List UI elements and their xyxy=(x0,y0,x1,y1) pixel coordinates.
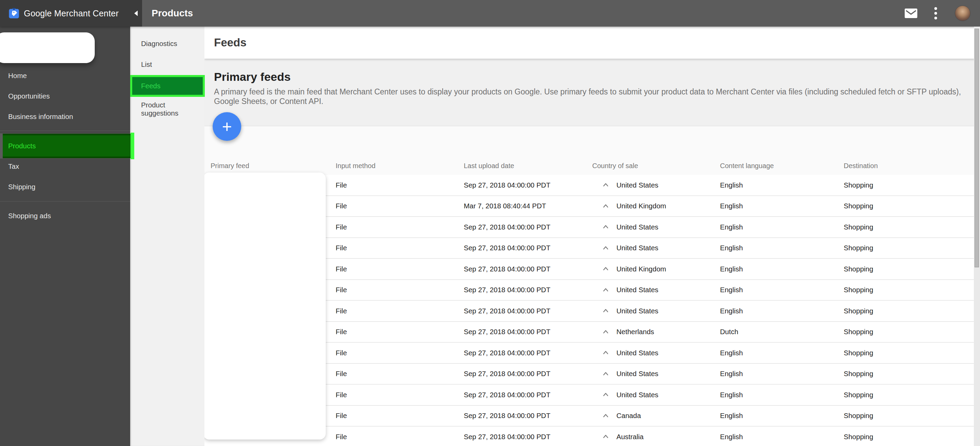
column-header-last-upload-date: Last upload date xyxy=(464,162,592,170)
content-language-cell: English xyxy=(720,244,844,252)
sidebar-item-products[interactable]: Products xyxy=(3,134,130,158)
input-method-cell: File xyxy=(336,202,464,210)
destination-cell: Shopping xyxy=(844,328,974,336)
sidebar-item-shopping-ads[interactable]: Shopping ads xyxy=(0,205,130,226)
country-of-sale-cell: United States xyxy=(592,223,720,231)
last-upload-date-cell: Sep 27, 2018 04:00:00 PDT xyxy=(464,307,592,315)
destination-cell: Shopping xyxy=(844,223,974,231)
collapse-arrow-icon[interactable] xyxy=(134,11,138,16)
destination-cell: Shopping xyxy=(844,265,974,273)
content-language-cell: English xyxy=(720,265,844,273)
content-language-cell: English xyxy=(720,223,844,231)
last-upload-date-cell: Sep 27, 2018 04:00:00 PDT xyxy=(464,412,592,420)
chevron-up-icon[interactable] xyxy=(602,328,609,336)
add-primary-feed-button[interactable]: + xyxy=(213,112,241,141)
country-label: United States xyxy=(616,391,658,399)
chevron-up-icon[interactable] xyxy=(602,286,609,294)
chevron-up-icon[interactable] xyxy=(602,412,609,420)
sidebar-divider xyxy=(0,131,130,131)
sidebar-item-label: Shipping xyxy=(8,183,35,191)
content-language-cell: English xyxy=(720,307,844,315)
country-label: United Kingdom xyxy=(616,202,666,210)
last-upload-date-cell: Sep 27, 2018 04:00:00 PDT xyxy=(464,286,592,294)
section-heading: Primary feeds xyxy=(214,70,980,84)
subnav-item-product-suggestions[interactable]: Product suggestions xyxy=(130,101,204,117)
topbar-actions xyxy=(905,5,980,21)
country-label: Canada xyxy=(616,412,641,420)
input-method-cell: File xyxy=(336,265,464,273)
sidebar-item-business-information[interactable]: Business information xyxy=(0,107,130,127)
chevron-up-icon[interactable] xyxy=(602,391,609,398)
last-upload-date-cell: Sep 27, 2018 04:00:00 PDT xyxy=(464,244,592,252)
chevron-up-icon[interactable] xyxy=(602,223,609,231)
destination-cell: Shopping xyxy=(844,433,974,441)
last-upload-date-cell: Sep 27, 2018 04:00:00 PDT xyxy=(464,223,592,231)
sidebar-item-home[interactable]: Home xyxy=(0,65,130,86)
last-upload-date-cell: Sep 27, 2018 04:00:00 PDT xyxy=(464,391,592,399)
last-upload-date-cell: Sep 27, 2018 04:00:00 PDT xyxy=(464,181,592,189)
page-context-title: Products xyxy=(152,8,193,19)
sidebar-item-label: Shopping ads xyxy=(8,212,51,220)
country-of-sale-cell: Netherlands xyxy=(592,328,720,336)
last-upload-date-cell: Sep 27, 2018 04:00:00 PDT xyxy=(464,433,592,441)
country-label: United States xyxy=(616,181,658,189)
column-header-primary-feed: Primary feed xyxy=(204,162,336,170)
chevron-up-icon[interactable] xyxy=(602,433,609,441)
country-label: United States xyxy=(616,244,658,252)
sidebar-item-label: Opportunities xyxy=(8,92,50,100)
subnav-item-list[interactable]: List xyxy=(130,54,204,75)
sidebar-item-shipping[interactable]: Shipping xyxy=(0,177,130,197)
country-label: Australia xyxy=(616,433,644,441)
sidebar-item-opportunities[interactable]: Opportunities xyxy=(0,86,130,107)
chevron-up-icon[interactable] xyxy=(602,202,609,210)
last-upload-date-cell: Sep 27, 2018 04:00:00 PDT xyxy=(464,370,592,378)
chevron-up-icon[interactable] xyxy=(602,349,609,357)
subnav-item-feeds[interactable]: Feeds xyxy=(130,75,205,97)
country-label: United States xyxy=(616,349,658,357)
country-of-sale-cell: Canada xyxy=(592,412,720,420)
country-of-sale-cell: United States xyxy=(592,286,720,294)
content-language-cell: English xyxy=(720,412,844,420)
input-method-cell: File xyxy=(336,349,464,357)
chevron-up-icon[interactable] xyxy=(602,244,609,252)
subnav-item-diagnostics[interactable]: Diagnostics xyxy=(130,33,204,54)
redaction-overlay-account-name xyxy=(0,32,95,63)
sidebar-nav: HomeOpportunitiesBusiness informationPro… xyxy=(0,27,130,446)
chevron-up-icon[interactable] xyxy=(602,265,609,273)
chevron-up-icon[interactable] xyxy=(602,181,609,189)
destination-cell: Shopping xyxy=(844,349,974,357)
highlight-edge-bar xyxy=(130,133,134,159)
column-header-content-language: Content language xyxy=(720,162,844,170)
country-of-sale-cell: United States xyxy=(592,349,720,357)
merchant-center-logo-icon xyxy=(8,8,19,19)
subnav-item-label: Product suggestions xyxy=(141,101,178,117)
sidebar-item-label: Products xyxy=(8,142,36,150)
input-method-cell: File xyxy=(336,391,464,399)
topbar-brand-area: Google Merchant Center xyxy=(0,0,142,27)
chevron-up-icon[interactable] xyxy=(602,307,609,315)
country-label: United Kingdom xyxy=(616,265,666,273)
main-content: Feeds Primary feeds A primary feed is th… xyxy=(204,27,980,446)
user-avatar[interactable] xyxy=(955,5,970,21)
sidebar-item-label: Tax xyxy=(8,162,19,170)
destination-cell: Shopping xyxy=(844,202,974,210)
scrollbar-thumb[interactable] xyxy=(975,29,979,267)
input-method-cell: File xyxy=(336,328,464,336)
input-method-cell: File xyxy=(336,244,464,252)
column-header-destination: Destination xyxy=(844,162,974,170)
kebab-menu-icon[interactable] xyxy=(933,6,939,21)
redaction-overlay-primary-feed-column xyxy=(204,172,326,440)
content-language-cell: Dutch xyxy=(720,328,844,336)
input-method-cell: File xyxy=(336,433,464,441)
section-description: A primary feed is the main feed that Mer… xyxy=(214,87,967,106)
mail-icon[interactable] xyxy=(905,8,917,18)
destination-cell: Shopping xyxy=(844,370,974,378)
country-label: United States xyxy=(616,370,658,378)
last-upload-date-cell: Sep 27, 2018 04:00:00 PDT xyxy=(464,265,592,273)
content-language-cell: English xyxy=(720,349,844,357)
destination-cell: Shopping xyxy=(844,244,974,252)
chevron-up-icon[interactable] xyxy=(602,370,609,378)
sidebar-item-tax[interactable]: Tax xyxy=(0,156,130,177)
column-header-country-of-sale: Country of sale xyxy=(592,162,720,170)
country-of-sale-cell: United States xyxy=(592,307,720,315)
